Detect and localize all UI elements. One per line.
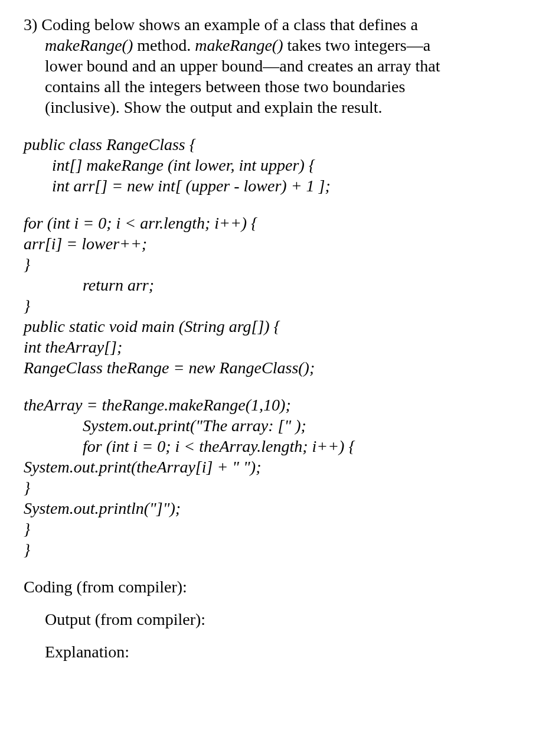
- code-l12: theArray = theRange.makeRange(1,10);: [24, 395, 539, 415]
- code-l18: }: [24, 519, 539, 539]
- question-block: 3) Coding below shows an example of a cl…: [24, 14, 539, 118]
- code-l2: int[] makeRange (int lower, int upper) {: [24, 155, 539, 175]
- code-l1: public class RangeClass {: [24, 134, 539, 155]
- code-l14: for (int i = 0; i < theArray.length; i++…: [24, 436, 539, 457]
- code-block-1: public class RangeClass { int[] makeRang…: [24, 134, 539, 196]
- makerange-ital-1: makeRange(): [45, 36, 133, 54]
- code-l3: int arr[] = new int[ (upper - lower) + 1…: [24, 175, 539, 196]
- question-line3: lower bound and an upper bound—and creat…: [45, 56, 539, 76]
- question-line2-post: takes two integers—a: [283, 36, 431, 54]
- output-label: Output (from compiler):: [24, 609, 539, 630]
- code-l19: }: [24, 539, 539, 560]
- code-l7: return arr;: [24, 275, 539, 295]
- code-l16: }: [24, 477, 539, 498]
- explanation-label: Explanation:: [24, 641, 539, 662]
- code-block-2: for (int i = 0; i < arr.length; i++) { a…: [24, 213, 539, 378]
- code-l5: arr[i] = lower++;: [24, 233, 539, 254]
- code-l13: System.out.print("The array: [" );: [24, 415, 539, 436]
- code-l17: System.out.println("]");: [24, 498, 539, 519]
- code-l6: }: [24, 254, 539, 275]
- code-block-3: theArray = theRange.makeRange(1,10); Sys…: [24, 395, 539, 560]
- coding-label: Coding (from compiler):: [24, 576, 539, 597]
- question-line1: Coding below shows an example of a class…: [41, 15, 418, 34]
- question-first-line: 3) Coding below shows an example of a cl…: [24, 14, 539, 35]
- question-line4: contains all the integers between those …: [45, 76, 539, 97]
- code-l10: int theArray[];: [24, 337, 539, 357]
- code-l15: System.out.print(theArray[i] + " ");: [24, 457, 539, 477]
- question-number: 3): [24, 15, 37, 34]
- question-line2: makeRange() method. makeRange() takes tw…: [45, 35, 539, 56]
- question-line2-mid: method.: [133, 36, 195, 54]
- code-l4: for (int i = 0; i < arr.length; i++) {: [24, 213, 539, 233]
- makerange-ital-2: makeRange(): [195, 36, 283, 54]
- code-l8: }: [24, 295, 539, 316]
- question-line5: (inclusive). Show the output and explain…: [45, 97, 539, 118]
- code-l11: RangeClass theRange = new RangeClass();: [24, 357, 539, 378]
- question-body: makeRange() method. makeRange() takes tw…: [24, 35, 539, 118]
- code-l9: public static void main (String arg[]) {: [24, 316, 539, 337]
